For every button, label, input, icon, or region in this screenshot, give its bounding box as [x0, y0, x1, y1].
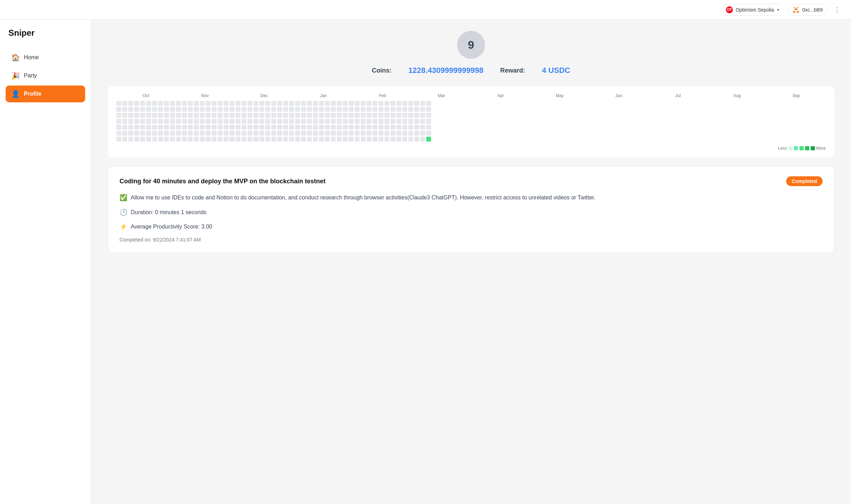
- app-title: Sniper: [6, 28, 85, 38]
- heat-cell: [390, 125, 395, 130]
- legend-cell-3: [805, 146, 809, 150]
- heat-cell: [277, 107, 282, 112]
- legend-cell-1: [794, 146, 798, 150]
- heat-cell: [241, 107, 246, 112]
- heat-cell: [283, 125, 288, 130]
- heat-cell: [367, 101, 372, 106]
- heat-cell: [122, 107, 127, 112]
- heat-cell: [396, 119, 401, 124]
- heat-cell: [188, 137, 193, 142]
- heat-cell: [277, 131, 282, 136]
- heat-cell: [373, 131, 377, 136]
- wallet-button[interactable]: 0xc...bB9: [788, 4, 827, 16]
- heat-cell: [247, 137, 252, 142]
- heat-cell: [236, 101, 240, 106]
- heat-cell: [176, 131, 181, 136]
- heat-cell: [349, 101, 354, 106]
- heat-cell: [158, 113, 163, 118]
- heat-cell: [271, 137, 276, 142]
- more-options-button[interactable]: ⋮: [831, 4, 843, 15]
- heat-cell: [224, 113, 229, 118]
- sidebar-item-party[interactable]: 🎉 Party: [6, 67, 85, 84]
- heat-cell: [194, 107, 199, 112]
- heat-cell: [373, 125, 377, 130]
- heat-cell: [230, 101, 234, 106]
- heat-cell: [301, 125, 306, 130]
- heat-cell: [384, 137, 389, 142]
- heat-cell: [384, 107, 389, 112]
- heat-cell: [355, 113, 360, 118]
- heat-cell: [188, 101, 193, 106]
- heat-cell: [402, 119, 407, 124]
- heat-cell: [170, 119, 175, 124]
- heat-cell: [373, 107, 377, 112]
- heat-cell: [379, 101, 383, 106]
- task-card: Coding for 40 minutes and deploy the MVP…: [108, 166, 834, 253]
- heat-cell: [390, 101, 395, 106]
- heat-cell: [241, 119, 246, 124]
- heat-cell: [331, 125, 336, 130]
- heat-cell: [241, 101, 246, 106]
- heat-cell: [158, 101, 163, 106]
- heat-cell: [343, 119, 348, 124]
- network-icon: OP: [726, 6, 733, 13]
- heat-cell: [188, 131, 193, 136]
- heat-cell: [355, 125, 360, 130]
- heat-cell: [295, 125, 300, 130]
- heat-cell: [384, 119, 389, 124]
- heat-cell: [194, 119, 199, 124]
- heat-cell: [414, 107, 419, 112]
- heat-cell: [402, 131, 407, 136]
- heat-cell: [313, 131, 318, 136]
- heat-cell: [128, 107, 133, 112]
- heat-cell: [355, 137, 360, 142]
- heat-cell: [313, 107, 318, 112]
- heat-cell: [349, 137, 354, 142]
- heat-cell: [319, 137, 324, 142]
- svg-marker-7: [796, 11, 797, 12]
- heat-cell: [307, 119, 312, 124]
- heat-cell: [188, 119, 193, 124]
- heat-cell: [283, 107, 288, 112]
- heat-cell: [170, 125, 175, 130]
- heat-cell: [408, 125, 413, 130]
- heat-cell: [361, 119, 366, 124]
- sidebar-item-profile[interactable]: 👤 Profile: [6, 86, 85, 102]
- heat-cell: [218, 101, 223, 106]
- heat-cell: [247, 113, 252, 118]
- heat-cell: [325, 119, 330, 124]
- heat-cell: [289, 113, 294, 118]
- heat-cell: [170, 107, 175, 112]
- heat-cell: [396, 101, 401, 106]
- heat-cell: [122, 119, 127, 124]
- heat-cell: [349, 119, 354, 124]
- heat-cell: [122, 131, 127, 136]
- network-selector[interactable]: OP Optimism Sepolia ▾: [721, 4, 784, 16]
- heat-cell: [146, 113, 151, 118]
- month-label: Jan: [294, 93, 353, 98]
- heat-cell: [307, 107, 312, 112]
- heat-cell: [325, 125, 330, 130]
- heat-cell: [271, 119, 276, 124]
- heat-cell: [361, 107, 366, 112]
- party-icon: 🎉: [11, 71, 20, 80]
- heat-cell: [319, 131, 324, 136]
- heat-cell: [402, 137, 407, 142]
- heat-cell: [408, 101, 413, 106]
- heat-cell: [337, 125, 342, 130]
- heat-cell: [271, 131, 276, 136]
- svg-marker-6: [795, 11, 795, 12]
- heat-cell: [224, 101, 229, 106]
- reward-value: 4 USDC: [542, 66, 570, 75]
- heat-cell: [188, 113, 193, 118]
- heat-cell: [194, 137, 199, 142]
- legend-more-label: More: [816, 146, 826, 151]
- heat-cell: [313, 119, 318, 124]
- heat-cell: [379, 113, 383, 118]
- heat-cell: [361, 137, 366, 142]
- heat-cell: [194, 101, 199, 106]
- heat-cell: [247, 101, 252, 106]
- heat-cell: [146, 101, 151, 106]
- sidebar-item-home[interactable]: 🏠 Home: [6, 49, 85, 66]
- heat-cell: [259, 113, 264, 118]
